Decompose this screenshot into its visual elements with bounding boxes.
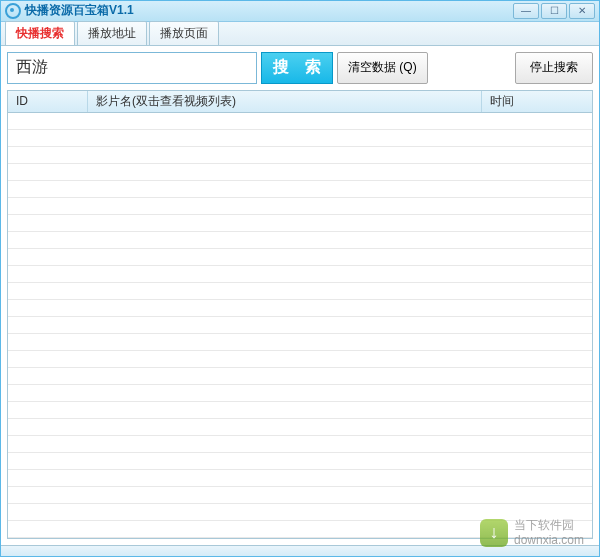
minimize-button[interactable]: — [513, 3, 539, 19]
table-row [8, 334, 592, 351]
table-row [8, 130, 592, 147]
table-row [8, 419, 592, 436]
table-row [8, 266, 592, 283]
tab-search[interactable]: 快播搜索 [5, 21, 75, 45]
table-row [8, 283, 592, 300]
table-row [8, 351, 592, 368]
table-header: ID 影片名(双击查看视频列表) 时间 [8, 91, 592, 113]
tab-play-url[interactable]: 播放地址 [77, 21, 147, 45]
table-row [8, 521, 592, 538]
tab-play-page[interactable]: 播放页面 [149, 21, 219, 45]
table-row [8, 317, 592, 334]
table-row [8, 487, 592, 504]
stop-search-button[interactable]: 停止搜索 [515, 52, 593, 84]
table-row [8, 453, 592, 470]
table-row [8, 402, 592, 419]
table-row [8, 215, 592, 232]
maximize-button[interactable]: ☐ [541, 3, 567, 19]
table-row [8, 232, 592, 249]
table-row [8, 164, 592, 181]
tab-label: 播放地址 [88, 26, 136, 40]
table-row [8, 147, 592, 164]
titlebar: 快播资源百宝箱V1.1 — ☐ ✕ [1, 1, 599, 22]
statusbar [1, 545, 599, 556]
table-row [8, 470, 592, 487]
tab-label: 快播搜索 [16, 26, 64, 40]
table-body[interactable] [8, 113, 592, 538]
table-row [8, 385, 592, 402]
column-name[interactable]: 影片名(双击查看视频列表) [88, 91, 482, 112]
app-icon [5, 3, 21, 19]
close-button[interactable]: ✕ [569, 3, 595, 19]
column-id[interactable]: ID [8, 91, 88, 112]
table-row [8, 198, 592, 215]
results-table: ID 影片名(双击查看视频列表) 时间 [7, 90, 593, 539]
table-row [8, 113, 592, 130]
search-button[interactable]: 搜 索 [261, 52, 333, 84]
search-input[interactable] [7, 52, 257, 84]
table-row [8, 181, 592, 198]
clear-data-button[interactable]: 清空数据 (Q) [337, 52, 428, 84]
app-window: 快播资源百宝箱V1.1 — ☐ ✕ 快播搜索 播放地址 播放页面 搜 索 清空数… [0, 0, 600, 557]
spacer [432, 52, 511, 84]
search-row: 搜 索 清空数据 (Q) 停止搜索 [7, 52, 593, 84]
table-row [8, 504, 592, 521]
column-time[interactable]: 时间 [482, 91, 592, 112]
window-title: 快播资源百宝箱V1.1 [25, 2, 513, 19]
table-row [8, 300, 592, 317]
content-area: 搜 索 清空数据 (Q) 停止搜索 ID 影片名(双击查看视频列表) 时间 [1, 46, 599, 545]
table-row [8, 249, 592, 266]
table-row [8, 368, 592, 385]
table-row [8, 436, 592, 453]
tab-bar: 快播搜索 播放地址 播放页面 [1, 22, 599, 46]
tab-label: 播放页面 [160, 26, 208, 40]
window-controls: — ☐ ✕ [513, 3, 595, 19]
